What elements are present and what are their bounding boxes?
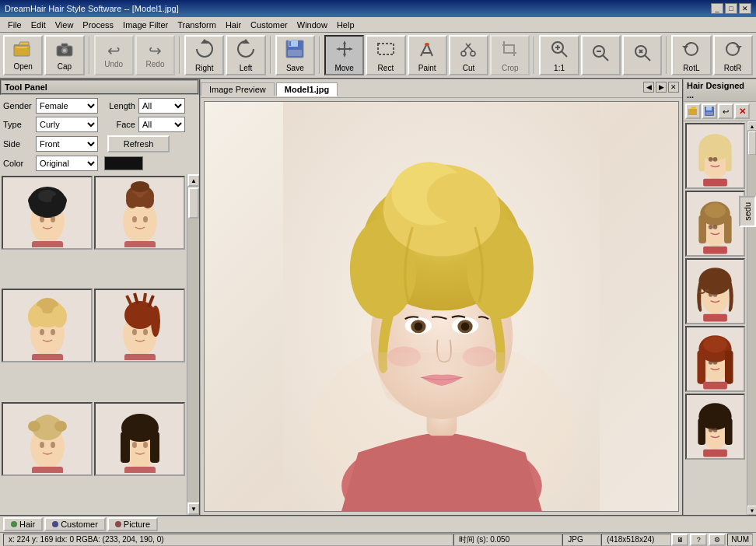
right-scroll-up-button[interactable]: ▲ (747, 121, 756, 131)
right-thumbnail-4[interactable] (685, 326, 745, 392)
status-btn-2[interactable]: ? (690, 534, 707, 546)
menu-file[interactable]: File (3, 19, 26, 31)
picture-tab-label: Picture (124, 520, 150, 529)
rotl-icon (681, 39, 702, 62)
rotr-label: RotR (724, 64, 742, 72)
right-open-button[interactable] (685, 103, 701, 119)
tab-model1[interactable]: Model1.jpg (276, 82, 338, 96)
menu-process[interactable]: Process (78, 19, 118, 31)
tab-close-button[interactable]: ✕ (668, 82, 679, 93)
svg-rect-147 (703, 449, 727, 457)
right-close-button[interactable]: ✕ (734, 103, 750, 119)
hair-thumbnail-3[interactable] (2, 289, 93, 362)
color-select[interactable]: Original Black Brown Blonde Red (36, 156, 98, 171)
left-button[interactable]: Left (226, 35, 265, 75)
color-preview (104, 156, 143, 170)
tab-next-button[interactable]: ▶ (656, 82, 667, 93)
right-scroll-down-button[interactable]: ▼ (747, 506, 756, 515)
gender-select[interactable]: Female Male (36, 98, 98, 114)
right-undo-button[interactable]: ↩ (718, 103, 733, 119)
undo-icon: ↩ (107, 43, 121, 58)
right-thumbnail-1[interactable] (685, 123, 745, 189)
rect-icon (376, 39, 396, 62)
scroll-down-button[interactable]: ▼ (187, 502, 199, 515)
open-button[interactable]: Open (3, 35, 43, 75)
type-select[interactable]: Curly Straight Wavy (36, 117, 98, 132)
svg-rect-123 (724, 215, 732, 243)
length-select[interactable]: All Short Medium Long (138, 98, 185, 114)
svg-point-131 (709, 292, 713, 296)
right-thumbnail-2[interactable] (685, 191, 745, 257)
color-label: Color (3, 159, 33, 168)
status-btn-3[interactable]: ⚙ (709, 534, 726, 546)
sedu-tab[interactable]: sedu (739, 196, 756, 227)
svg-rect-115 (698, 149, 705, 171)
hair-thumbnail-2[interactable] (94, 176, 185, 250)
face-select[interactable]: All Round Oval Square (138, 117, 185, 132)
maximize-button[interactable]: □ (725, 3, 737, 14)
hair-thumbnail-5[interactable] (2, 402, 93, 476)
type-row: Type Curly Straight Wavy Face All Round … (3, 117, 196, 132)
model-image (283, 102, 600, 511)
crop-button[interactable]: Crop (490, 35, 530, 75)
zoom-fit-button[interactable] (622, 35, 662, 75)
menu-window[interactable]: Window (292, 19, 332, 31)
move-button[interactable]: Move (324, 35, 364, 75)
scroll-up-button[interactable]: ▲ (187, 174, 199, 187)
redo-button[interactable]: ↪ Redo (135, 35, 175, 75)
right-thumbnail-3[interactable] (685, 258, 745, 324)
refresh-button[interactable]: Refresh (107, 135, 170, 152)
cap-button[interactable]: Cap (44, 35, 84, 75)
image-tabs: Image Preview Model1.jpg ◀ ▶ ✕ (201, 79, 682, 98)
save-label: Save (286, 64, 304, 72)
tab-hair[interactable]: Hair (3, 517, 43, 531)
undo-button[interactable]: ↩ Undo (94, 35, 134, 75)
tab-prev-button[interactable]: ◀ (643, 82, 654, 93)
svg-point-51 (142, 193, 154, 208)
menu-help[interactable]: Help (332, 19, 359, 31)
svg-rect-73 (124, 354, 156, 360)
zoom-1to1-button[interactable]: 1:1 (539, 35, 579, 75)
rotl-button[interactable]: RotL (671, 35, 711, 75)
tab-customer[interactable]: Customer (44, 517, 106, 531)
svg-point-5 (63, 49, 66, 52)
svg-point-20 (461, 51, 466, 56)
hair-thumbnail-1[interactable] (2, 176, 93, 250)
menu-customer[interactable]: Customer (246, 19, 292, 31)
right-button[interactable]: Right (184, 35, 224, 75)
hair-thumbnail-4[interactable] (94, 289, 185, 362)
toolbar: Open Cap ↩ Undo ↪ Redo Right Left Save (0, 33, 756, 79)
side-select[interactable]: Front Left Right (36, 136, 98, 152)
zoom-out-button[interactable] (581, 35, 621, 75)
menu-hair[interactable]: Hair (221, 19, 246, 31)
tab-picture[interactable]: Picture (107, 517, 158, 531)
paint-button[interactable]: Paint (408, 35, 447, 75)
tool-panel-header: Tool Panel (0, 79, 199, 95)
close-button[interactable]: ✕ (739, 3, 751, 14)
window-controls: _ □ ✕ (711, 3, 751, 14)
toolbar-separator-1 (89, 37, 90, 74)
minimize-button[interactable]: _ (711, 3, 723, 14)
menu-view[interactable]: View (51, 19, 79, 31)
hair-tab-icon (11, 521, 17, 527)
menu-image-filter[interactable]: Image Filter (118, 19, 173, 31)
svg-point-78 (40, 415, 55, 425)
grid-inner (0, 174, 187, 515)
menu-transform[interactable]: Transform (173, 19, 221, 31)
hair-thumbnail-6[interactable] (94, 402, 185, 476)
right-scroll-thumb[interactable] (748, 131, 756, 155)
right-thumbnail-5[interactable] (685, 394, 745, 460)
cut-button[interactable]: Cut (449, 35, 488, 75)
rect-button[interactable]: Rect (366, 35, 405, 75)
scroll-thumb[interactable] (188, 187, 199, 219)
svg-rect-119 (703, 178, 727, 186)
length-label: Length (101, 101, 135, 110)
type-label: Type (3, 120, 33, 129)
save-button[interactable]: Save (275, 35, 315, 75)
right-save-button[interactable] (702, 103, 717, 119)
status-btn-1[interactable]: 🖥 (671, 534, 688, 546)
svg-marker-14 (343, 54, 346, 58)
tab-image-preview[interactable]: Image Preview (201, 82, 275, 96)
rotr-button[interactable]: RotR (713, 35, 753, 75)
menu-edit[interactable]: Edit (26, 19, 51, 31)
